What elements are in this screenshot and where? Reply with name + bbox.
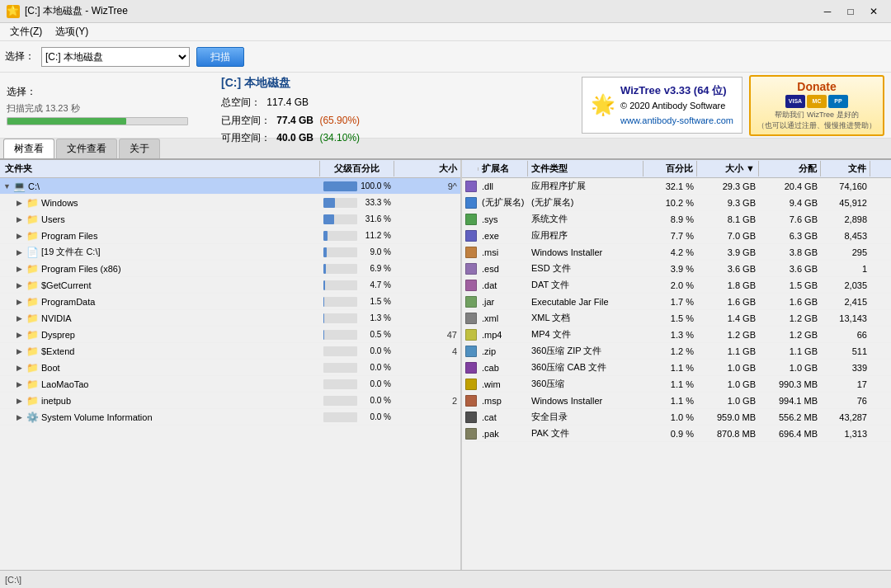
ft-col-alloc[interactable]: 分配 [759,161,821,176]
tree-row[interactable]: ▶ 📁 inetpub 0.0 % 2 [0,393,460,409]
tree-row[interactable]: ▶ 📁 LaoMaoTao 0.0 % [0,376,460,393]
ft-row[interactable]: .xml XML 文档 1.5 % 1.4 GB 1.2 GB 13,143 [462,310,891,327]
bar-fill [323,214,334,224]
folder-name: $Extend [41,346,74,356]
tree-row[interactable]: ▼ 💻 C:\ 100.0 % 9^ [0,178,460,195]
bar-fill [323,297,324,307]
bar-container [323,280,357,290]
scan-button[interactable]: 扫描 [196,47,244,67]
ft-row[interactable]: .pak PAK 文件 0.9 % 870.8 MB 696.4 MB 1,31… [462,426,891,442]
used-row: 已用空间： 77.4 GB (65.90%) [221,112,360,130]
tree-row[interactable]: ▶ 📁 ProgramData 1.5 % [0,294,460,310]
ft-cell-alloc: 1.0 GB [759,362,821,374]
tree-row[interactable]: ▶ 📁 Program Files (x86) 6.9 % [0,261,460,277]
tree-cell-size [394,251,460,254]
ft-col-type[interactable]: 文件类型 [528,161,644,176]
ft-cell-color [462,262,478,275]
bar-container [323,297,357,307]
expand-icon[interactable]: ▶ [16,331,25,339]
ft-row[interactable]: .exe 应用程序 7.7 % 7.0 GB 6.3 GB 8,453 [462,228,891,244]
expand-icon[interactable]: ▶ [16,232,25,240]
expand-icon[interactable]: ▶ [16,248,25,256]
expand-icon[interactable]: ▶ [16,364,25,372]
logo-box: 🌟 WizTree v3.33 (64 位) © 2020 Antibody S… [582,77,742,134]
bar-container [323,247,357,257]
ft-row[interactable]: .cab 360压缩 CAB 文件 1.1 % 1.0 GB 1.0 GB 33… [462,360,891,376]
expand-icon[interactable]: ▶ [16,413,25,421]
tree-row[interactable]: ▶ 📄 [19 文件在 C:\] 9.0 % [0,244,460,261]
tab-file-view[interactable]: 文件查看 [56,139,117,158]
tree-col-folder: 文件夹 [0,161,320,176]
expand-icon[interactable]: ▼ [3,182,12,191]
bar-pct: 11.2 % [360,231,391,240]
ft-cell-pct: 10.2 % [644,197,697,209]
ft-row[interactable]: .wim 360压缩 1.1 % 1.0 GB 990.3 MB 17 [462,376,891,393]
tree-row[interactable]: ▶ 📁 $Extend 0.0 % 4 [0,343,460,360]
ft-row[interactable]: .mp4 MP4 文件 1.3 % 1.2 GB 1.2 GB 66 [462,327,891,343]
folder-icon: 📁 [26,214,39,225]
maximize-button[interactable]: □ [840,3,861,20]
bar-container [323,214,357,224]
tree-row[interactable]: ▶ 📁 Users 31.6 % [0,211,460,228]
ft-cell-files: 295 [821,247,870,258]
donate-box[interactable]: Donate VISA MC PP 帮助我们 WizTree 是好的 （也可以通… [749,75,884,136]
expand-icon[interactable]: ▶ [16,215,25,223]
expand-icon[interactable]: ▶ [16,281,25,289]
tree-row[interactable]: ▶ 📁 Dysprep 0.5 % 47 [0,327,460,343]
color-swatch [465,280,477,291]
tree-cell-size [394,317,460,320]
expand-icon[interactable]: ▶ [16,397,25,405]
progress-bar [7,117,188,125]
window-controls[interactable]: ─ □ ✕ [817,3,884,20]
tab-about[interactable]: 关于 [119,139,160,158]
ft-row[interactable]: .dll 应用程序扩展 32.1 % 29.3 GB 20.4 GB 74,16… [462,178,891,195]
ft-col-size[interactable]: 大小 ▼ [697,161,759,176]
tree-cell-name: ▶ 📁 Program Files [0,230,320,242]
ft-row[interactable]: .msi Windows Installer 4.2 % 3.9 GB 3.8 … [462,244,891,261]
ft-cell-alloc: 3.6 GB [759,263,821,275]
ft-row[interactable]: (无扩展名) (无扩展名) 10.2 % 9.3 GB 9.4 GB 45,91… [462,195,891,211]
ft-row[interactable]: .jar Executable Jar File 1.7 % 1.6 GB 1.… [462,294,891,310]
color-swatch [465,197,477,209]
donate-label[interactable]: Donate [797,80,836,93]
ft-cell-files: 43,287 [821,412,870,423]
ft-row[interactable]: .cat 安全目录 1.0 % 959.0 MB 556.2 MB 43,287 [462,409,891,426]
bar-fill [323,280,325,290]
ft-col-files[interactable]: 文件 [821,161,870,176]
ft-col-ext[interactable]: 扩展名 [478,161,528,176]
menu-options[interactable]: 选项(Y) [49,23,95,40]
menu-file[interactable]: 文件(Z) [3,23,49,40]
tree-row[interactable]: ▶ 📁 Boot 0.0 % [0,360,460,376]
ft-col-pct[interactable]: 百分比 [644,161,697,176]
ft-row[interactable]: .dat DAT 文件 2.0 % 1.8 GB 1.5 GB 2,035 [462,277,891,294]
drive-select[interactable]: [C:] 本地磁盘 [41,47,190,67]
folder-icon: 📁 [26,362,39,374]
expand-icon[interactable]: ▶ [16,265,25,273]
expand-icon[interactable]: ▶ [16,298,25,306]
tab-tree-view[interactable]: 树查看 [3,139,54,158]
folder-name: ProgramData [41,297,95,307]
tree-row[interactable]: ▶ 📁 NVIDIA 1.3 % [0,310,460,327]
ft-row[interactable]: .sys 系统文件 8.9 % 8.1 GB 7.6 GB 2,898 [462,211,891,228]
ft-row[interactable]: .msp Windows Installer 1.1 % 1.0 GB 994.… [462,393,891,409]
minimize-button[interactable]: ─ [817,3,838,20]
ft-row[interactable]: .esd ESD 文件 3.9 % 3.6 GB 3.6 GB 1 [462,261,891,277]
close-button[interactable]: ✕ [863,3,884,20]
ft-cell-color [462,411,478,424]
tree-row[interactable]: ▶ 📁 $GetCurrent 4.7 % [0,277,460,294]
ft-cell-color [462,279,478,292]
logo-url: www.antibody-software.com [620,114,733,129]
folder-name: Users [41,214,65,224]
expand-icon[interactable]: ▶ [16,380,25,388]
folder-icon: 📁 [26,329,39,341]
ft-cell-size: 8.1 GB [697,214,759,225]
ft-cell-size: 959.0 MB [697,412,759,423]
expand-icon[interactable]: ▶ [16,199,25,207]
ft-row[interactable]: .zip 360压缩 ZIP 文件 1.2 % 1.1 GB 1.1 GB 51… [462,343,891,360]
tree-row[interactable]: ▶ 📁 Program Files 11.2 % [0,228,460,244]
expand-icon[interactable]: ▶ [16,347,25,355]
tree-row[interactable]: ▶ 📁 Windows 33.3 % [0,195,460,211]
bar-container [323,396,357,406]
tree-row[interactable]: ▶ ⚙️ System Volume Information 0.0 % [0,409,460,426]
expand-icon[interactable]: ▶ [16,314,25,322]
